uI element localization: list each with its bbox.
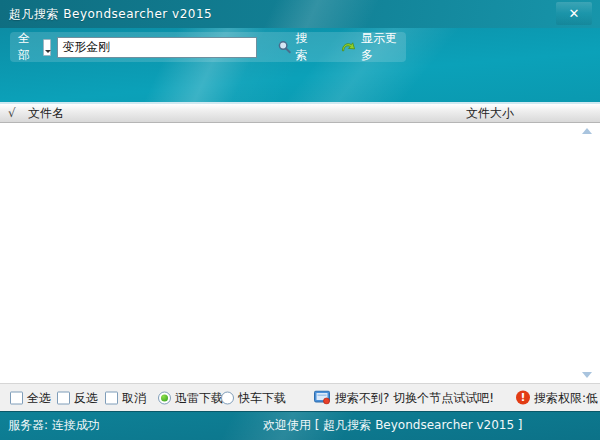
results-list[interactable] — [0, 123, 600, 383]
switch-node-icon — [314, 391, 331, 405]
invert-selection-label: 反选 — [74, 389, 98, 406]
bottom-toolbar: 全选 反选 取消 迅雷下载 快车下载 搜索不到? 切换个节点试试吧! — [0, 383, 600, 411]
select-all-checkbox[interactable]: 全选 — [10, 389, 51, 406]
thunder-download-radio[interactable]: 迅雷下载 — [158, 389, 223, 406]
search-button-label: 搜索 — [296, 30, 318, 64]
cancel-label: 取消 — [122, 389, 146, 406]
scrollbar-up-icon[interactable] — [582, 128, 592, 134]
scrollbar-down-icon[interactable] — [582, 372, 592, 378]
title-bar: 超凡搜索 Beyondsearcher v2015 ✕ — [0, 0, 600, 28]
permission-status-label: 搜索权限:低 — [534, 389, 598, 406]
close-button[interactable]: ✕ — [556, 2, 592, 25]
show-more-label: 显示更多 — [361, 30, 406, 64]
permission-status: ! 搜索权限:低 — [516, 389, 598, 406]
search-panel: 全部 搜索 显示更多 — [10, 32, 406, 62]
radio-selected-icon — [158, 391, 171, 404]
welcome-text: 欢迎使用 [ 超凡搜索 Beyondsearcher v2015 ] — [263, 412, 523, 439]
warning-icon: ! — [516, 391, 530, 405]
radio-unselected-icon — [221, 391, 234, 404]
header-check-column[interactable]: √ — [8, 104, 16, 122]
header-filename-column[interactable]: 文件名 — [28, 104, 64, 122]
select-all-label: 全选 — [27, 389, 51, 406]
search-area: 全部 搜索 显示更多 — [0, 28, 600, 102]
cancel-checkbox[interactable]: 取消 — [105, 389, 146, 406]
window-title: 超凡搜索 Beyondsearcher v2015 — [9, 0, 212, 28]
app-window: 超凡搜索 Beyondsearcher v2015 ✕ 全部 搜索 显示更多 — [0, 0, 600, 440]
show-more-arrow-icon — [341, 40, 356, 54]
header-filesize-column[interactable]: 文件大小 — [420, 104, 560, 122]
search-icon — [278, 40, 291, 54]
category-dropdown-button[interactable] — [43, 39, 52, 56]
results-header: √ 文件名 文件大小 — [0, 104, 600, 123]
thunder-download-label: 迅雷下载 — [175, 389, 223, 406]
flashget-download-label: 快车下载 — [238, 389, 286, 406]
status-bar: 服务器: 连接成功 欢迎使用 [ 超凡搜索 Beyondsearcher v20… — [0, 411, 600, 440]
switch-node-tip-label: 搜索不到? 切换个节点试试吧! — [335, 389, 494, 406]
search-button[interactable]: 搜索 — [278, 30, 319, 64]
show-more-button[interactable]: 显示更多 — [341, 30, 406, 64]
flashget-download-radio[interactable]: 快车下载 — [221, 389, 286, 406]
checkbox-box — [57, 391, 70, 404]
switch-node-tip[interactable]: 搜索不到? 切换个节点试试吧! — [314, 389, 494, 406]
search-input[interactable] — [57, 37, 256, 58]
checkbox-box — [105, 391, 118, 404]
server-status-text: 服务器: 连接成功 — [8, 412, 100, 439]
invert-selection-checkbox[interactable]: 反选 — [57, 389, 98, 406]
checkbox-box — [10, 391, 23, 404]
close-icon: ✕ — [569, 6, 580, 21]
category-selector-label[interactable]: 全部 — [18, 30, 41, 64]
